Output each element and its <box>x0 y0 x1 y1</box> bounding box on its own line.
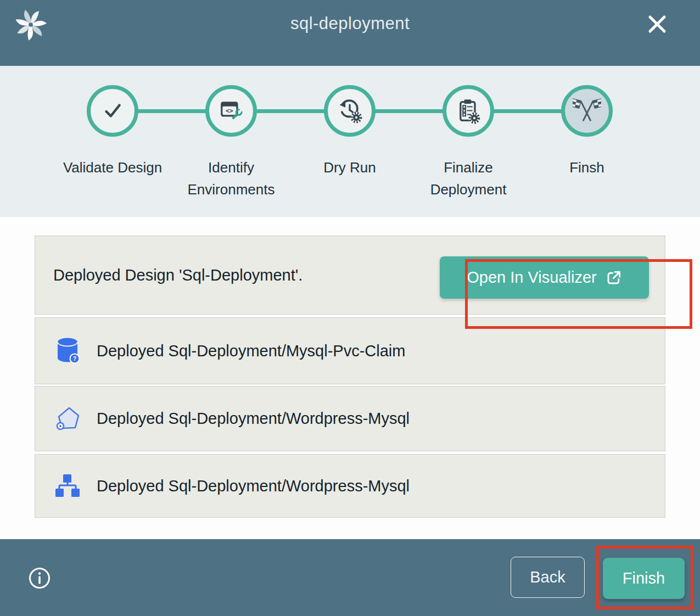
step-identify-environments: <> Identify Environments <box>172 66 290 201</box>
step-label: Validate Design <box>63 157 162 179</box>
close-icon[interactable] <box>646 13 668 35</box>
results-area: Deployed Design 'Sql-Deployment'. Open I… <box>0 217 700 539</box>
deployment-modal: sql-deployment Validate Design <box>0 0 700 616</box>
check-icon <box>100 98 125 124</box>
step-finish: Finsh <box>528 66 646 201</box>
open-in-visualizer-button[interactable]: Open In Visualizer <box>440 256 649 299</box>
deployed-design-text: Deployed Design 'Sql-Deployment'. <box>53 266 303 284</box>
deployed-resource-row: Deployed Sql-Deployment/Wordpress-Mysql <box>35 454 665 518</box>
deployed-resource-text: Deployed Sql-Deployment/Mysql-Pvc-Claim <box>97 342 405 360</box>
deployed-design-row: Deployed Design 'Sql-Deployment'. Open I… <box>35 236 665 315</box>
deployed-resource-text: Deployed Sql-Deployment/Wordpress-Mysql <box>97 477 410 495</box>
step-label: Dry Run <box>323 157 376 179</box>
modal-title: sql-deployment <box>0 14 700 33</box>
step-finalize-deployment: Finalize Deployment <box>409 66 528 201</box>
step-dry-run: Dry Run <box>290 66 409 201</box>
back-button[interactable]: Back <box>511 557 585 598</box>
database-icon: ? <box>54 337 81 365</box>
modal-header: sql-deployment <box>0 0 700 66</box>
step-circle[interactable] <box>443 85 494 137</box>
step-circle[interactable] <box>324 85 376 137</box>
step-label: Finalize Deployment <box>416 157 520 201</box>
step-validate-design: Validate Design <box>53 66 172 201</box>
checkered-flags-icon <box>573 98 601 124</box>
hierarchy-icon <box>54 472 81 500</box>
history-gear-icon <box>337 98 363 124</box>
step-label: Identify Environments <box>179 157 283 201</box>
step-label: Finsh <box>569 157 604 179</box>
finish-button[interactable]: Finish <box>603 558 685 599</box>
clipboard-gear-icon <box>455 98 481 124</box>
open-in-visualizer-label: Open In Visualizer <box>467 268 596 287</box>
info-circle-icon[interactable] <box>27 566 52 590</box>
code-window-wrench-icon: <> <box>219 98 244 124</box>
modal-footer <box>0 539 700 616</box>
step-circle[interactable]: <> <box>205 85 257 137</box>
svg-text:<>: <> <box>226 107 233 115</box>
pod-pentagon-icon <box>54 405 81 433</box>
deployed-resource-row: Deployed Sql-Deployment/Wordpress-Mysql <box>35 386 665 451</box>
step-circle[interactable] <box>87 85 138 137</box>
step-circle-active[interactable] <box>561 85 613 137</box>
deployed-resource-text: Deployed Sql-Deployment/Wordpress-Mysql <box>97 410 410 428</box>
deployment-stepper: Validate Design <> Identify <box>0 66 700 217</box>
external-link-icon <box>606 270 622 286</box>
deployed-resource-row: ? Deployed Sql-Deployment/Mysql-Pvc-Clai… <box>35 317 665 384</box>
svg-text:?: ? <box>73 356 76 362</box>
